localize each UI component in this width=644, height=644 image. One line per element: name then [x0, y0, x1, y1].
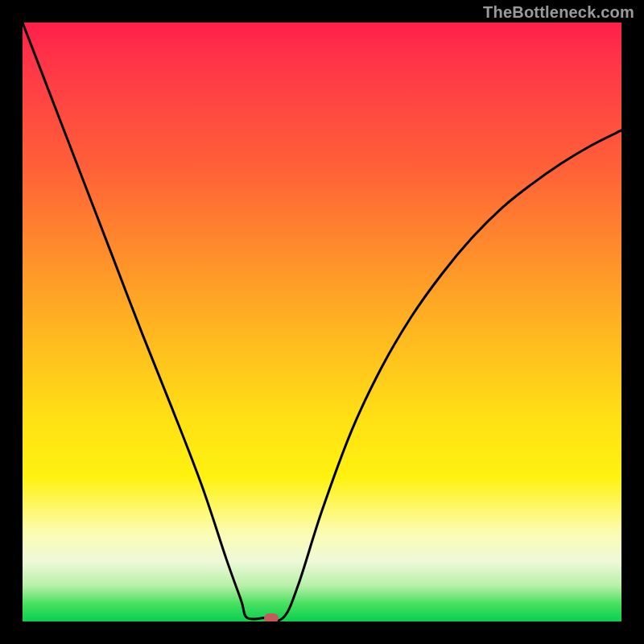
plot-area — [23, 23, 621, 621]
bottleneck-curve — [23, 23, 621, 621]
curve-svg — [23, 23, 621, 621]
chart-frame: TheBottleneck.com — [0, 0, 644, 644]
minimum-marker — [264, 613, 279, 621]
watermark-text: TheBottleneck.com — [483, 3, 634, 22]
